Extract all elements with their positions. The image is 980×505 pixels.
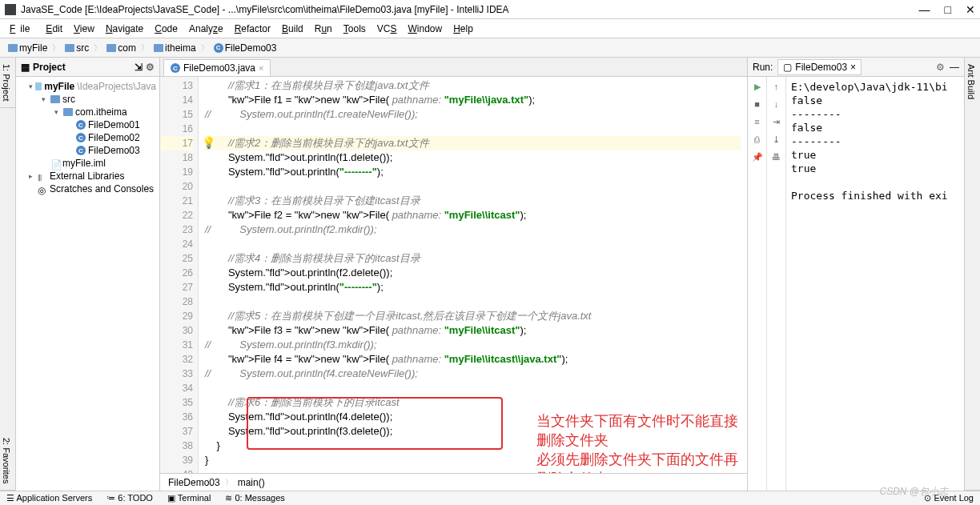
menu-bar: File Edit View Navigate Code Analyze Ref… [0, 19, 980, 38]
menu-window[interactable]: Window [403, 22, 447, 36]
project-panel: ▦ Project ⇲ ⚙ ▾myFile \IdeaProjects\Java… [16, 58, 160, 491]
run-label: Run: [753, 62, 773, 73]
folder-icon [154, 44, 163, 52]
annotation-box [247, 397, 503, 450]
status-todo[interactable]: ≔ 6: TODO [106, 493, 153, 503]
tree-arrow-icon: ▸ [29, 172, 35, 180]
stop-icon[interactable]: ■ [751, 98, 764, 110]
crumb-itheima[interactable]: itheima [151, 42, 199, 54]
tree-item[interactable]: ▸⫴External Libraries [16, 170, 159, 182]
tree-item[interactable]: CFileDemo01 [16, 118, 159, 131]
tree-label: Scratches and Consoles [50, 183, 154, 194]
maximize-button[interactable]: □ [945, 3, 951, 16]
title-bar: JavaSE_Code [E:\IdeaProjects\JavaSE_Code… [0, 0, 980, 19]
project-icon: ▦ [21, 62, 30, 73]
scratch-icon: ◎ [38, 185, 47, 193]
crumb-com[interactable]: com [103, 42, 139, 54]
status-bar: ☰ Application Servers ≔ 6: TODO ▣ Termin… [0, 491, 980, 505]
tool-favorites-tab[interactable]: 2: Favorites [0, 431, 15, 491]
project-title: Project [33, 62, 66, 73]
class-icon: C [76, 146, 86, 155]
chevron-right-icon: 〉 [201, 42, 209, 54]
editor-body[interactable]: 1314151617181920212223242526272829303132… [160, 77, 747, 473]
app-icon: ▢ [783, 62, 792, 73]
chevron-right-icon: 〉 [225, 477, 233, 488]
scroll-icon[interactable]: ⤓ [770, 133, 783, 146]
crumb-src[interactable]: src [62, 42, 92, 54]
chevron-right-icon: 〉 [94, 42, 102, 54]
layout-icon[interactable]: ≡ [751, 115, 764, 128]
tree-label: myFile.iml [62, 158, 106, 169]
line-gutter: 1314151617181920212223242526272829303132… [160, 77, 199, 473]
tree-item[interactable]: ▾com.itheima [16, 106, 159, 118]
project-header: ▦ Project ⇲ ⚙ [16, 58, 159, 77]
menu-vcs[interactable]: VCS [372, 22, 402, 36]
menu-run[interactable]: Run [310, 22, 337, 36]
menu-edit[interactable]: Edit [41, 22, 67, 36]
class-icon: C [76, 120, 86, 130]
tool-project-tab[interactable]: 1: Project [0, 58, 15, 108]
menu-file[interactable]: File [5, 22, 39, 36]
status-app-servers[interactable]: ☰ Application Servers [6, 493, 92, 503]
library-icon: ⫴ [38, 172, 47, 180]
menu-navigate[interactable]: Navigate [101, 22, 148, 36]
folder-icon [8, 44, 18, 52]
tree-arrow-icon: ▾ [42, 95, 48, 103]
watermark: CSDN @包小志 [879, 485, 948, 499]
tree-label: External Libraries [50, 170, 124, 182]
menu-view[interactable]: View [69, 22, 99, 36]
right-tool-gutter: Ant Build Database Maven Projects 4: Run… [964, 58, 980, 491]
status-terminal[interactable]: ▣ Terminal [167, 493, 211, 503]
tree-item[interactable]: ▾myFile \IdeaProjects\Java [16, 80, 159, 93]
run-header: Run: ▢ FileDemo03 × ⚙ — [748, 58, 964, 77]
editor-tab-label: FileDemo03.java [183, 62, 255, 74]
tree-arrow-icon: ▾ [29, 82, 33, 90]
menu-analyze[interactable]: Analyze [184, 22, 228, 36]
run-output[interactable]: E:\develop\Java\jdk-11\bi false --------… [786, 77, 964, 491]
rerun-icon[interactable]: ▶ [751, 80, 764, 93]
tree-item[interactable]: CFileDemo03 [16, 144, 159, 157]
pin-icon[interactable]: 📌 [751, 150, 764, 163]
close-icon[interactable]: × [850, 62, 856, 73]
collapse-icon[interactable]: ⇲ [135, 62, 143, 73]
close-tab-icon[interactable]: × [259, 63, 263, 73]
crumb-class[interactable]: FileDemo03 [168, 477, 220, 488]
close-button[interactable]: ✕ [966, 3, 975, 16]
tree-item[interactable]: ▾src [16, 93, 159, 106]
folder-icon [63, 108, 73, 116]
print-icon[interactable]: 🖶 [770, 150, 783, 163]
tool-ant-tab[interactable]: Ant Build [965, 58, 978, 491]
tree-label: myFile [44, 81, 74, 92]
tree-label: src [62, 94, 75, 105]
project-tree[interactable]: ▾myFile \IdeaProjects\Java▾src▾com.ithei… [16, 77, 159, 491]
tree-item[interactable]: CFileDemo02 [16, 131, 159, 144]
menu-build[interactable]: Build [277, 22, 308, 36]
editor-area: C FileDemo03.java × 13141516171819202122… [160, 58, 748, 491]
module-icon [35, 82, 42, 90]
chevron-right-icon: 〉 [141, 42, 149, 54]
run-tab[interactable]: ▢ FileDemo03 × [777, 59, 862, 75]
editor-breadcrumb: FileDemo03 〉 main() [160, 473, 747, 491]
tree-item[interactable]: 📄myFile.iml [16, 157, 159, 170]
minimize-button[interactable]: — [919, 3, 930, 16]
menu-tools[interactable]: Tools [339, 22, 371, 36]
gear-icon[interactable]: ⚙ [936, 62, 945, 73]
menu-help[interactable]: Help [448, 22, 478, 36]
status-messages[interactable]: ≋ 0: Messages [225, 493, 284, 503]
menu-code[interactable]: Code [150, 22, 183, 36]
crumb-filedemo03[interactable]: CFileDemo03 [211, 42, 280, 54]
up-icon[interactable]: ↑ [770, 80, 783, 93]
hide-icon[interactable]: — [950, 62, 959, 73]
down-icon[interactable]: ↓ [770, 98, 783, 110]
tree-label: FileDemo01 [88, 119, 140, 130]
crumb-myfile[interactable]: myFile [5, 42, 50, 54]
menu-refactor[interactable]: Refactor [230, 22, 275, 36]
dump-icon[interactable]: ⎙ [751, 133, 764, 146]
intention-bulb-icon[interactable]: 💡 [202, 136, 215, 149]
crumb-method[interactable]: main() [238, 477, 265, 488]
wrap-icon[interactable]: ⇥ [770, 115, 783, 128]
tree-item[interactable]: ◎Scratches and Consoles [16, 182, 159, 195]
gear-icon[interactable]: ⚙ [146, 62, 155, 73]
editor-tab-filedemo03[interactable]: C FileDemo03.java × [163, 59, 271, 76]
tree-label: FileDemo03 [88, 145, 140, 156]
